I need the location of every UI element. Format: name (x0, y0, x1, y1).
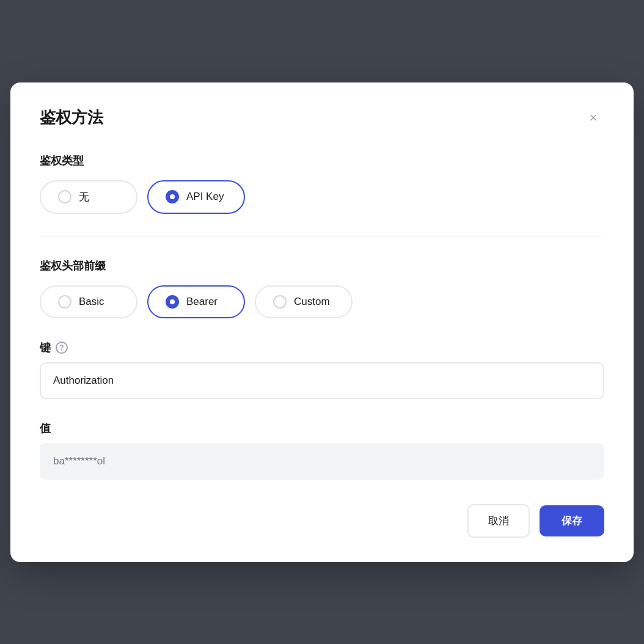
modal-title: 鉴权方法 (40, 107, 103, 128)
key-help-icon[interactable]: ? (56, 342, 68, 354)
radio-circle-basic (58, 295, 71, 309)
value-section: 值 (40, 421, 604, 480)
key-section: 键 ? (40, 340, 604, 399)
auth-header-basic-label: Basic (79, 296, 104, 308)
auth-header-bearer[interactable]: Bearer (147, 285, 245, 318)
value-label-row: 值 (40, 421, 604, 436)
radio-circle-none (58, 190, 71, 203)
section-divider (40, 236, 604, 236)
modal-backdrop: 鉴权方法 × 鉴权类型 无 API Key (0, 0, 644, 644)
cancel-button[interactable]: 取消 (467, 504, 530, 538)
auth-type-label: 鉴权类型 (40, 153, 604, 168)
radio-dot-bearer (170, 299, 175, 304)
radio-dot-api-key (170, 194, 175, 199)
auth-type-none-label: 无 (79, 190, 89, 204)
key-label: 键 (40, 340, 51, 355)
auth-type-api-key[interactable]: API Key (147, 180, 245, 214)
modal-footer: 取消 保存 (40, 504, 604, 538)
value-label: 值 (40, 421, 51, 436)
radio-circle-api-key (166, 190, 179, 203)
auth-header-section: 鉴权头部前缀 Basic Bearer (40, 258, 604, 318)
auth-header-basic[interactable]: Basic (40, 285, 137, 318)
auth-header-label: 鉴权头部前缀 (40, 258, 604, 273)
modal-header: 鉴权方法 × (40, 107, 604, 129)
radio-circle-bearer (166, 295, 179, 309)
auth-type-api-key-label: API Key (186, 191, 224, 203)
modal-dialog: 鉴权方法 × 鉴权类型 无 API Key (10, 82, 634, 562)
auth-header-custom-label: Custom (294, 296, 330, 308)
radio-circle-custom (273, 295, 287, 309)
key-label-row: 键 ? (40, 340, 604, 355)
key-input[interactable] (40, 362, 604, 399)
auth-type-none[interactable]: 无 (40, 180, 137, 214)
save-button[interactable]: 保存 (540, 505, 604, 536)
auth-header-bearer-label: Bearer (186, 296, 218, 308)
auth-type-radio-group: 无 API Key (40, 180, 604, 214)
auth-header-radio-group: Basic Bearer Custom (40, 285, 604, 318)
value-input[interactable] (40, 443, 604, 480)
auth-type-section: 鉴权类型 无 API Key (40, 153, 604, 214)
auth-header-custom[interactable]: Custom (255, 285, 353, 318)
close-button[interactable]: × (582, 107, 604, 129)
